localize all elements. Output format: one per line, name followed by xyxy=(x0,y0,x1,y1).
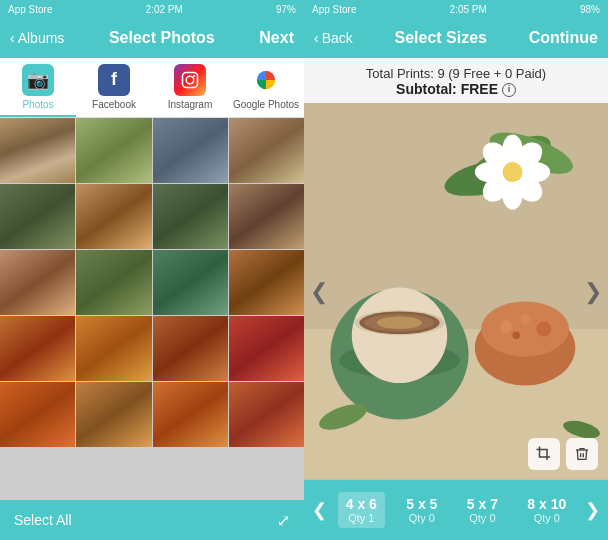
photo-cell-15[interactable] xyxy=(153,316,228,381)
photo-cell-13[interactable] xyxy=(0,316,75,381)
tab-instagram[interactable]: Instagram xyxy=(152,58,228,117)
camera-icon: 📷 xyxy=(22,64,54,96)
photo-cell-16[interactable] xyxy=(229,316,304,381)
photo-cell-2[interactable] xyxy=(76,118,151,183)
tab-google[interactable]: Google Photos xyxy=(228,58,304,117)
info-icon[interactable]: i xyxy=(502,83,516,97)
size-5x5-label: 5 x 5 xyxy=(406,496,437,512)
photo-cell-3[interactable] xyxy=(153,118,228,183)
size-prev-button[interactable]: ❮ xyxy=(308,499,331,521)
photo-cell-11[interactable] xyxy=(153,250,228,315)
svg-point-26 xyxy=(481,302,569,357)
svg-point-29 xyxy=(536,322,551,337)
right-panel: App Store 2:05 PM 98% ‹ Back Select Size… xyxy=(304,0,608,540)
expand-icon[interactable]: ⤢ xyxy=(277,511,290,530)
size-4x6-qty: Qty 1 xyxy=(348,512,374,524)
photo-next-button[interactable]: ❯ xyxy=(584,279,602,305)
select-all-button[interactable]: Select All xyxy=(14,512,72,528)
photo-cell-7[interactable] xyxy=(153,184,228,249)
photo-viewer: ❮ ❯ xyxy=(304,103,608,480)
right-nav-title: Select Sizes xyxy=(394,29,487,47)
photo-cell-19[interactable] xyxy=(153,382,228,447)
size-8x10-label: 8 x 10 xyxy=(527,496,566,512)
size-option-4x6[interactable]: 4 x 6 Qty 1 xyxy=(338,492,385,528)
tab-photos[interactable]: 📷 Photos xyxy=(0,58,76,117)
delete-button[interactable] xyxy=(566,438,598,470)
left-nav: ‹ Albums Select Photos Next xyxy=(0,18,304,58)
photo-cell-6[interactable] xyxy=(76,184,151,249)
right-carrier: App Store xyxy=(312,4,356,15)
size-option-8x10[interactable]: 8 x 10 Qty 0 xyxy=(519,492,574,528)
right-chevron-icon: ‹ xyxy=(314,30,319,46)
left-panel: App Store 2:02 PM 97% ‹ Albums Select Ph… xyxy=(0,0,304,540)
photo-cell-17[interactable] xyxy=(0,382,75,447)
tab-facebook-label: Facebook xyxy=(92,99,136,110)
photo-cell-5[interactable] xyxy=(0,184,75,249)
left-back-button[interactable]: ‹ Albums xyxy=(10,30,64,46)
svg-point-1 xyxy=(186,76,194,84)
left-nav-title: Select Photos xyxy=(109,29,215,47)
main-photo-image xyxy=(304,103,608,480)
size-8x10-qty: Qty 0 xyxy=(534,512,560,524)
print-total-text: Total Prints: 9 (9 Free + 0 Paid) xyxy=(314,66,598,81)
photo-prev-button[interactable]: ❮ xyxy=(310,279,328,305)
right-battery: 98% xyxy=(580,4,600,15)
instagram-icon xyxy=(174,64,206,96)
left-battery: 97% xyxy=(276,4,296,15)
svg-point-28 xyxy=(520,314,530,324)
left-status-bar: App Store 2:02 PM 97% xyxy=(0,0,304,18)
svg-point-24 xyxy=(377,317,422,330)
svg-point-30 xyxy=(513,332,521,340)
size-5x7-label: 5 x 7 xyxy=(467,496,498,512)
size-4x6-label: 4 x 6 xyxy=(346,496,377,512)
svg-point-17 xyxy=(502,162,522,182)
right-back-button[interactable]: ‹ Back xyxy=(314,30,353,46)
right-continue-button[interactable]: Continue xyxy=(529,29,598,47)
left-bottom-bar: Select All ⤢ xyxy=(0,500,304,540)
tab-google-label: Google Photos xyxy=(233,99,299,110)
photo-grid xyxy=(0,118,304,500)
right-status-bar: App Store 2:05 PM 98% xyxy=(304,0,608,18)
size-5x7-qty: Qty 0 xyxy=(469,512,495,524)
left-chevron-icon: ‹ xyxy=(10,30,15,46)
photo-cell-8[interactable] xyxy=(229,184,304,249)
left-next-button[interactable]: Next xyxy=(259,29,294,47)
tab-instagram-label: Instagram xyxy=(168,99,212,110)
photo-cell-12[interactable] xyxy=(229,250,304,315)
facebook-icon: f xyxy=(98,64,130,96)
svg-rect-0 xyxy=(183,72,198,87)
right-nav: ‹ Back Select Sizes Continue xyxy=(304,18,608,58)
crop-button[interactable] xyxy=(528,438,560,470)
photo-cell-9[interactable] xyxy=(0,250,75,315)
left-time: 2:02 PM xyxy=(146,4,183,15)
size-5x5-qty: Qty 0 xyxy=(409,512,435,524)
right-back-label: Back xyxy=(322,30,353,46)
left-carrier: App Store xyxy=(8,4,52,15)
photo-cell-4[interactable] xyxy=(229,118,304,183)
print-summary: Total Prints: 9 (9 Free + 0 Paid) Subtot… xyxy=(304,58,608,103)
size-next-button[interactable]: ❯ xyxy=(581,499,604,521)
size-selector: ❮ 4 x 6 Qty 1 5 x 5 Qty 0 5 x 7 Qty 0 8 … xyxy=(304,480,608,540)
print-subtotal-text: Subtotal: FREE i xyxy=(314,81,598,97)
svg-point-2 xyxy=(193,74,195,76)
size-option-5x7[interactable]: 5 x 7 Qty 0 xyxy=(459,492,506,528)
photo-cell-20[interactable] xyxy=(229,382,304,447)
svg-point-27 xyxy=(500,321,513,334)
photo-cell-10[interactable] xyxy=(76,250,151,315)
photo-cell-1[interactable] xyxy=(0,118,75,183)
size-option-5x5[interactable]: 5 x 5 Qty 0 xyxy=(398,492,445,528)
photo-cell-14[interactable] xyxy=(76,316,151,381)
right-time: 2:05 PM xyxy=(450,4,487,15)
left-back-label: Albums xyxy=(18,30,65,46)
photo-cell-18[interactable] xyxy=(76,382,151,447)
tab-photos-label: Photos xyxy=(22,99,53,110)
source-tabs: 📷 Photos f Facebook Instagram xyxy=(0,58,304,118)
photo-tools xyxy=(528,438,598,470)
google-photos-icon xyxy=(250,64,282,96)
size-options: 4 x 6 Qty 1 5 x 5 Qty 0 5 x 7 Qty 0 8 x … xyxy=(331,492,581,528)
tab-facebook[interactable]: f Facebook xyxy=(76,58,152,117)
